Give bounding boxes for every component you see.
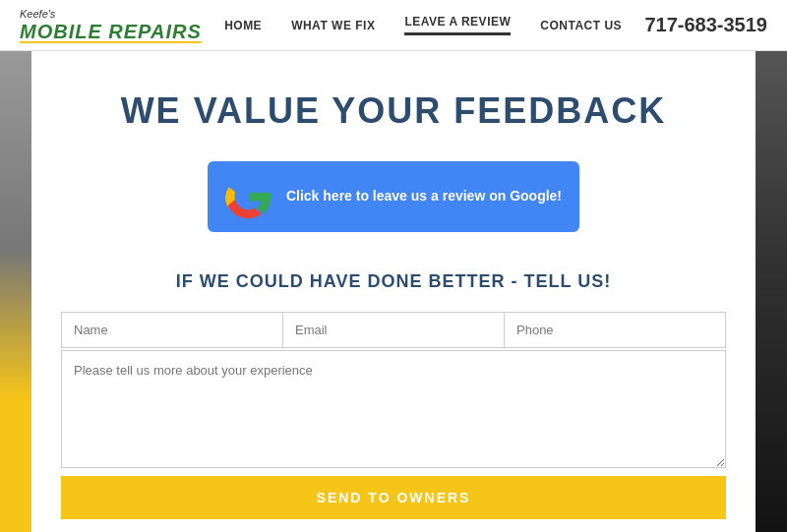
main-heading: WE VALUE YOUR FEEDBACK — [61, 90, 726, 132]
name-input[interactable] — [61, 312, 282, 348]
google-review-text: Click here to leave us a review on Googl… — [286, 187, 562, 207]
phone-number: 717-683-3519 — [644, 14, 767, 36]
message-textarea[interactable] — [61, 350, 726, 468]
nav-what-we-fix[interactable]: WHAT WE FIX — [291, 19, 375, 32]
submit-button[interactable]: SEND TO OWNERS — [61, 476, 726, 519]
side-bar-left — [0, 51, 31, 532]
phone-input[interactable] — [504, 312, 726, 348]
nav-leave-review[interactable]: LEAVE A REVIEW — [404, 15, 511, 35]
google-g-icon — [225, 173, 272, 220]
form-top-row — [61, 312, 726, 348]
logo: Keefe's MOBILE REPAIRS — [20, 8, 202, 41]
side-bar-right — [756, 51, 787, 532]
nav-home[interactable]: HOME — [224, 19, 262, 32]
logo-main: MOBILE REPAIRS — [20, 21, 202, 42]
main-content: WE VALUE YOUR FEEDBACK Click here to lea… — [31, 51, 756, 532]
main-nav: HOME WHAT WE FIX LEAVE A REVIEW CONTACT … — [224, 15, 622, 35]
sub-heading: IF WE COULD HAVE DONE BETTER - TELL US! — [61, 271, 726, 292]
nav-contact-us[interactable]: CONTACT US — [540, 19, 622, 32]
google-review-container: Click here to leave us a review on Googl… — [61, 161, 726, 232]
email-input[interactable] — [282, 312, 504, 348]
site-header: Keefe's MOBILE REPAIRS HOME WHAT WE FIX … — [0, 0, 787, 51]
feedback-form: SEND TO OWNERS — [61, 312, 726, 519]
logo-keefes: Keefe's — [20, 8, 202, 20]
google-review-button[interactable]: Click here to leave us a review on Googl… — [208, 161, 579, 232]
